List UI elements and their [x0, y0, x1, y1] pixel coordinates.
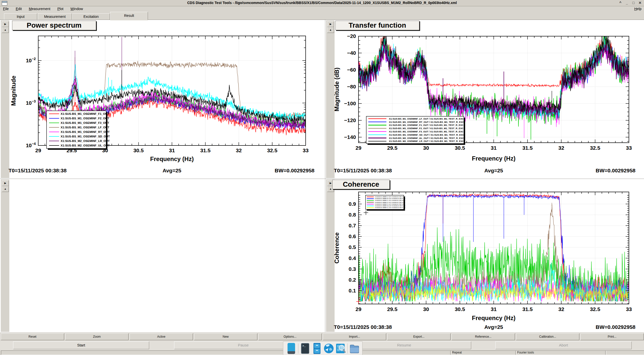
- menu-plot[interactable]: Plot: [54, 6, 66, 12]
- svg-text:X1:SUS-BS_M2_OSEMINF_LR_OUT /: X1:SUS-BS_M2_OSEMINF_LR_OUT / X1:SUS-BS_…: [389, 140, 464, 142]
- legend: X1:SUS-BS_M1_OSEMINF_LF_OUT / X1:SUS-BS_…: [366, 116, 465, 145]
- title-bar: CDS Diagnostic Test Tools - /ligo/svncom…: [0, 0, 644, 6]
- svg-text:10−3: 10−3: [26, 99, 36, 106]
- minimize-button[interactable]: _: [624, 0, 630, 6]
- new-button[interactable]: New: [194, 333, 257, 340]
- web-browser-icon[interactable]: [324, 343, 334, 354]
- svg-text:X1:SUS-BS_M1_OSEMINF_RT_OUT /: X1:SUS-BS_M1_OSEMINF_RT_OUT / X1:SUS-BS_…: [375, 198, 406, 199]
- tab-result[interactable]: Result: [110, 12, 148, 20]
- svg-text:33: 33: [303, 147, 308, 153]
- maximize-button[interactable]: □: [630, 0, 636, 6]
- svg-text:X1:SUS-BS_M1_OSEMINF_F1_OUT: X1:SUS-BS_M1_OSEMINF_F1_OUT: [61, 112, 109, 115]
- svg-text:0.1: 0.1: [349, 288, 356, 293]
- zoom-button[interactable]: Zoom: [65, 333, 129, 340]
- print-button[interactable]: Print...: [580, 333, 644, 340]
- legend: X1:SUS-BS_M1_OSEMINF_F1_OUTX1:SUS-BS_M1_…: [47, 111, 110, 150]
- svg-text:30: 30: [423, 306, 429, 312]
- dock-separator: [347, 343, 348, 353]
- svg-text:29.5: 29.5: [387, 145, 397, 151]
- svg-text:X1:SUS-BS_M1_OSEMINF_LF_OUT: X1:SUS-BS_M1_OSEMINF_LF_OUT: [61, 126, 109, 129]
- svg-text:−40: −40: [347, 50, 356, 56]
- tab-bar: Input Measurement Excitation Result: [0, 12, 644, 20]
- svg-text:32: 32: [558, 306, 564, 312]
- svg-text:X1:SUS-BS_M1_OSEMINF_SD_OUT /: X1:SUS-BS_M1_OSEMINF_SD_OUT / X1:SUS-BS_…: [389, 134, 464, 136]
- export-button[interactable]: Export...: [387, 333, 451, 340]
- svg-text:X1:SUS-BS_M1_OSEMINF_F2_OUT /: X1:SUS-BS_M1_OSEMINF_F2_OUT / X1:SUS-BS_…: [375, 202, 405, 203]
- options-button[interactable]: Options...: [258, 333, 322, 340]
- svg-text:X1:SUS-BS_M1_OSEMINF_LF_OUT /: X1:SUS-BS_M1_OSEMINF_LF_OUT / X1:SUS-BS_…: [389, 118, 464, 120]
- svg-text:30.5: 30.5: [455, 306, 465, 312]
- file-cabinet-icon[interactable]: [312, 343, 322, 354]
- svg-text:10−2: 10−2: [26, 57, 36, 63]
- svg-text:0.8: 0.8: [349, 212, 356, 218]
- svg-text:31.5: 31.5: [522, 306, 533, 312]
- svg-text:Frequency (Hz): Frequency (Hz): [472, 315, 515, 321]
- abort-button[interactable]: Abort: [495, 341, 632, 349]
- empty-pane: ▶ ▲: [0, 179, 325, 332]
- dock-separator: [298, 343, 298, 353]
- svg-text:31.5: 31.5: [200, 147, 211, 153]
- reset-button[interactable]: Reset: [1, 333, 64, 340]
- cursor-marker: [364, 210, 368, 215]
- svg-text:X1:SUS-BS_M1_OSEMINF_SD_OUT: X1:SUS-BS_M1_OSEMINF_SD_OUT: [61, 135, 110, 138]
- svg-text:−100: −100: [344, 100, 356, 106]
- window-title: CDS Diagnostic Test Tools - /ligo/svncom…: [0, 1, 644, 5]
- menu-help[interactable]: Help: [634, 7, 641, 11]
- svg-text:0.4: 0.4: [349, 255, 356, 261]
- svg-text:X1:SUS-BS_M1_OSEMINF_F3_OUT /: X1:SUS-BS_M1_OSEMINF_F3_OUT / X1:SUS-BS_…: [375, 204, 405, 205]
- menu-edit[interactable]: Edit: [13, 6, 25, 12]
- shade-button[interactable]: ^: [617, 0, 623, 6]
- svg-text:31: 31: [491, 306, 497, 312]
- svg-text:Frequency (Hz): Frequency (Hz): [472, 155, 515, 162]
- svg-text:29: 29: [355, 306, 361, 312]
- svg-text:Coherence: Coherence: [333, 232, 340, 264]
- svg-text:0.3: 0.3: [349, 266, 356, 272]
- svg-text:31: 31: [169, 147, 175, 153]
- svg-text:33: 33: [626, 306, 632, 312]
- svg-text:31: 31: [491, 145, 497, 151]
- coherence-plot: 2929.53030.53131.53232.5330.90.80.70.60.…: [325, 179, 644, 332]
- terminal-icon[interactable]: >_: [300, 343, 310, 354]
- application-dock: >_: [283, 341, 363, 355]
- menu-file[interactable]: File: [0, 6, 12, 12]
- svg-text:Frequency (Hz): Frequency (Hz): [150, 156, 194, 162]
- svg-text:X1:SUS-BS_M1_OSEMINF_SD_OUT /: X1:SUS-BS_M1_OSEMINF_SD_OUT / X1:SUS-BS_…: [375, 206, 406, 207]
- svg-text:X1:SUS-BS_M1_OSEMINF_RT_OUT /: X1:SUS-BS_M1_OSEMINF_RT_OUT / X1:SUS-BS_…: [389, 121, 464, 123]
- tab-excitation[interactable]: Excitation: [72, 13, 110, 20]
- scroll-up-button[interactable]: ▲: [2, 186, 9, 192]
- status-message: [1, 350, 451, 355]
- calibration-button[interactable]: Calibration...: [516, 333, 579, 340]
- reference-button[interactable]: Reference...: [452, 333, 515, 340]
- transfer-function-pane: ▶ ▲ Transfer function T0=15/11/2025 00:3…: [325, 20, 644, 179]
- svg-text:X1:SUS-BS_M1_OSEMINF_F2_OUT /: X1:SUS-BS_M1_OSEMINF_F2_OUT / X1:SUS-BS_…: [389, 127, 464, 130]
- pane-strip: ▶ ▲: [1, 179, 9, 332]
- svg-text:X1:SUS-BS_M1_OSEMINF_RT_OUT: X1:SUS-BS_M1_OSEMINF_RT_OUT: [61, 130, 110, 133]
- file-manager-icon[interactable]: [349, 343, 359, 354]
- workspace-icon[interactable]: [286, 343, 296, 354]
- status-repeat: Repeat: [450, 350, 516, 355]
- transfer-function-plot: 2929.53030.53131.53232.533−20−40−60−80−1…: [325, 20, 644, 179]
- svg-text:29: 29: [35, 147, 41, 153]
- svg-text:29.5: 29.5: [387, 306, 397, 312]
- start-button[interactable]: Start: [13, 341, 149, 349]
- svg-text:10−4: 10−4: [26, 142, 36, 148]
- svg-text:30.5: 30.5: [455, 145, 465, 151]
- tab-measurement[interactable]: Measurement: [38, 13, 72, 20]
- svg-text:33: 33: [626, 145, 632, 151]
- svg-text:X1:SUS-BS_M1_OSEMINF_F3_OUT /: X1:SUS-BS_M1_OSEMINF_F3_OUT / X1:SUS-BS_…: [389, 130, 464, 133]
- svg-text:0.2: 0.2: [349, 277, 356, 283]
- search-window-icon[interactable]: [336, 343, 346, 354]
- svg-text:32.5: 32.5: [590, 145, 600, 151]
- svg-text:30: 30: [423, 145, 429, 151]
- result-area: ▶ ▲ Power spectrum T0=15/11/2025 00:38:3…: [0, 20, 644, 332]
- tab-input[interactable]: Input: [4, 13, 37, 20]
- menu-window[interactable]: Window: [67, 6, 86, 12]
- menu-measurement[interactable]: Measurement: [26, 6, 54, 12]
- active-button[interactable]: Active: [130, 333, 193, 340]
- svg-text:32: 32: [558, 145, 564, 151]
- svg-text:−60: −60: [347, 67, 356, 73]
- close-button[interactable]: ✕: [637, 0, 643, 6]
- import-button[interactable]: Import...: [323, 333, 386, 340]
- scroll-right-button[interactable]: ▶: [2, 180, 9, 186]
- status-tools: Fourier tools: [515, 350, 606, 355]
